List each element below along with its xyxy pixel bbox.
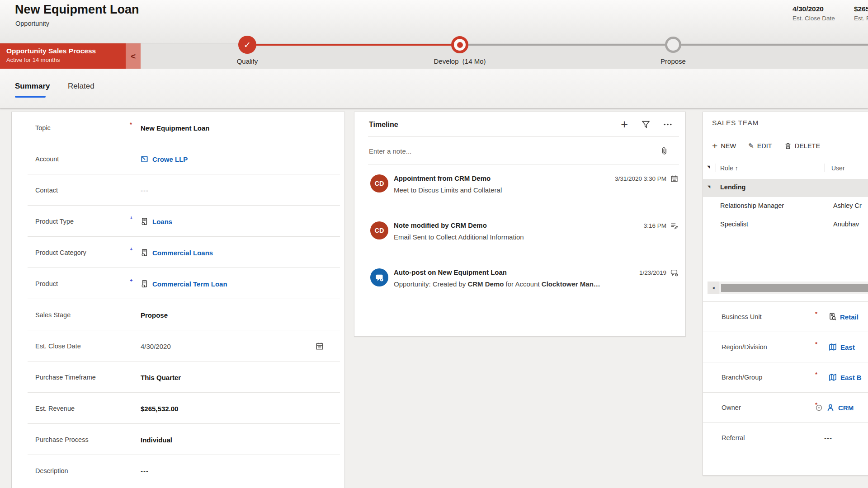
grid-group-row-lending[interactable]: ◥ Lending — [703, 179, 868, 197]
field-label: Purchase Process — [35, 436, 89, 443]
stage-label-develop[interactable]: Develop (14 Mo) — [434, 57, 486, 65]
new-button[interactable]: +NEW — [712, 142, 736, 150]
paperclip-icon[interactable] — [660, 146, 668, 155]
timeline-entries: CD Appointment from CRM Demo 3/31/2020 3… — [370, 174, 678, 315]
scroll-left-arrow-icon[interactable]: ◄ — [708, 282, 719, 294]
grid-row-relationship-manager[interactable]: Relationship Manager Ashley Cr — [703, 197, 868, 216]
account-link[interactable]: Crowe LLP — [152, 155, 188, 163]
field-value-owner-lookup[interactable]: CRM — [815, 404, 854, 412]
field-label: Business Unit — [722, 313, 762, 320]
sales-team-title: SALES TEAM — [712, 119, 759, 127]
field-value-business-unit-lookup[interactable]: Retail — [829, 313, 859, 321]
process-connector-future — [460, 44, 868, 46]
field-label: Purchase Timeframe — [35, 374, 96, 381]
field-label: Referral — [722, 434, 745, 441]
required-asterisk: * — [130, 121, 132, 128]
timeline-more-icon[interactable] — [664, 123, 672, 126]
timeline-entry-appointment[interactable]: CD Appointment from CRM Demo 3/31/2020 3… — [370, 174, 678, 200]
grid-header-row: ◥ Role ↑ User — [703, 162, 868, 176]
stage-label-propose[interactable]: Propose — [660, 57, 686, 65]
calendar-icon[interactable] — [316, 342, 324, 350]
field-value-product-category-lookup[interactable]: Commercial Loans — [141, 249, 213, 256]
active-tab-underline — [15, 96, 46, 98]
field-row-product: Product + Commercial Term Loan — [12, 268, 344, 299]
entry-timestamp: 3/31/2020 3:30 PM — [615, 175, 666, 182]
record-type-label: Opportunity — [15, 20, 49, 27]
map-icon — [829, 373, 837, 381]
summary-form-section: Topic * New Equipment Loan Account Crowe… — [11, 112, 345, 488]
sort-ascending-icon: ↑ — [735, 164, 738, 172]
header-close-date-label: Est. Close Date — [793, 15, 835, 22]
delete-button[interactable]: DELETE — [784, 142, 820, 150]
business-unit-link[interactable]: Retail — [840, 313, 859, 321]
field-value-product-type-lookup[interactable]: Loans — [141, 217, 172, 225]
account-icon — [141, 155, 148, 163]
column-divider — [716, 164, 716, 172]
product-icon — [141, 249, 148, 256]
field-value-sales-stage[interactable]: Propose — [141, 311, 168, 319]
branch-link[interactable]: East B — [840, 374, 862, 381]
product-category-link[interactable]: Commercial Loans — [152, 249, 213, 256]
timeline-entry-autopost[interactable]: Auto-post on New Equipment Loan 1/23/201… — [370, 268, 678, 294]
grid-row-specialist[interactable]: Specialist Anubhav — [703, 216, 868, 234]
pencil-icon: ✎ — [748, 142, 754, 150]
stage-qualify-check-icon[interactable]: ✓ — [238, 36, 256, 54]
timeline-entry-note[interactable]: CD Note modified by CRM Demo 3:16 PM Ema… — [370, 221, 678, 247]
field-value-topic[interactable]: New Equipment Loan — [141, 124, 210, 131]
cell-role: Relationship Manager — [720, 202, 784, 209]
field-value-purchase-process[interactable]: Individual — [141, 436, 172, 443]
tab-related[interactable]: Related — [68, 82, 94, 91]
stage-label-qualify[interactable]: Qualify — [237, 57, 258, 65]
owner-link[interactable]: CRM — [838, 404, 854, 412]
stage-develop-marker-icon[interactable] — [451, 36, 468, 53]
trash-icon — [784, 142, 792, 150]
scrollbar-thumb[interactable] — [721, 284, 868, 292]
opportunity-record-page: New Equipment Loan Opportunity 4/30/2020… — [0, 0, 868, 488]
product-link[interactable]: Commercial Term Loan — [152, 280, 227, 287]
collapse-all-icon[interactable]: ◥ — [707, 165, 710, 169]
timeline-title: Timeline — [369, 121, 398, 129]
field-row-sales-stage: Sales Stage Propose — [12, 299, 344, 330]
page-title: New Equipment Loan — [15, 3, 139, 17]
field-value-purchase-timeframe[interactable]: This Quarter — [141, 373, 181, 381]
business-unit-icon — [829, 313, 836, 321]
field-value-est-revenue[interactable]: $265,532.00 — [141, 404, 178, 412]
field-value-product-lookup[interactable]: Commercial Term Loan — [141, 280, 227, 287]
field-row-purchase-timeframe: Purchase Timeframe This Quarter — [12, 361, 344, 393]
entry-subtitle: Meet to Discus Limits and Collateral — [394, 186, 678, 194]
process-name-badge[interactable]: Opportunity Sales Process Active for 14 … — [0, 43, 126, 69]
note-input[interactable]: Enter a note... — [354, 137, 685, 164]
field-row-description: Description --- — [12, 455, 344, 486]
required-asterisk: * — [815, 341, 817, 347]
field-value-branch-lookup[interactable]: East B — [829, 373, 862, 381]
field-value-description[interactable]: --- — [141, 467, 149, 474]
field-label: Sales Stage — [35, 311, 71, 319]
timeline-section: Timeline + Enter a note... CD Appointmen… — [354, 112, 686, 337]
entry-title: Auto-post on New Equipment Loan — [394, 268, 678, 276]
collapse-group-icon[interactable]: ◥ — [708, 185, 710, 189]
field-value-contact[interactable]: --- — [141, 186, 149, 194]
field-value-est-close-date[interactable]: 4/30/2020 — [141, 342, 171, 350]
stage-propose-marker-icon[interactable] — [665, 37, 681, 53]
region-link[interactable]: East — [840, 343, 855, 351]
field-value-account-lookup[interactable]: Crowe LLP — [141, 155, 188, 163]
field-row-contact: Contact --- — [12, 174, 344, 206]
appointment-calendar-icon — [670, 175, 678, 183]
field-row-business-unit: Business Unit * Retail — [703, 301, 868, 332]
entry-timestamp: 3:16 PM — [644, 222, 666, 229]
field-label: Product Type — [35, 218, 74, 225]
edit-button[interactable]: ✎EDIT — [748, 142, 772, 150]
timeline-add-icon[interactable]: + — [621, 118, 628, 130]
tab-summary[interactable]: Summary — [15, 82, 50, 91]
field-value-region-lookup[interactable]: East — [829, 343, 855, 351]
field-value-referral[interactable]: --- — [824, 434, 832, 442]
grid-horizontal-scrollbar[interactable]: ◄ — [708, 282, 868, 294]
header-close-date-value: 4/30/2020 — [793, 5, 835, 13]
sales-team-toolbar: +NEW ✎EDIT DELETE — [712, 142, 820, 150]
product-type-link[interactable]: Loans — [152, 217, 172, 225]
field-label: Topic — [35, 124, 51, 131]
timeline-filter-icon[interactable] — [642, 120, 650, 129]
column-header-role[interactable]: Role ↑ — [720, 164, 738, 172]
column-header-user[interactable]: User — [831, 164, 845, 172]
process-back-chevron-icon[interactable]: < — [126, 43, 141, 69]
